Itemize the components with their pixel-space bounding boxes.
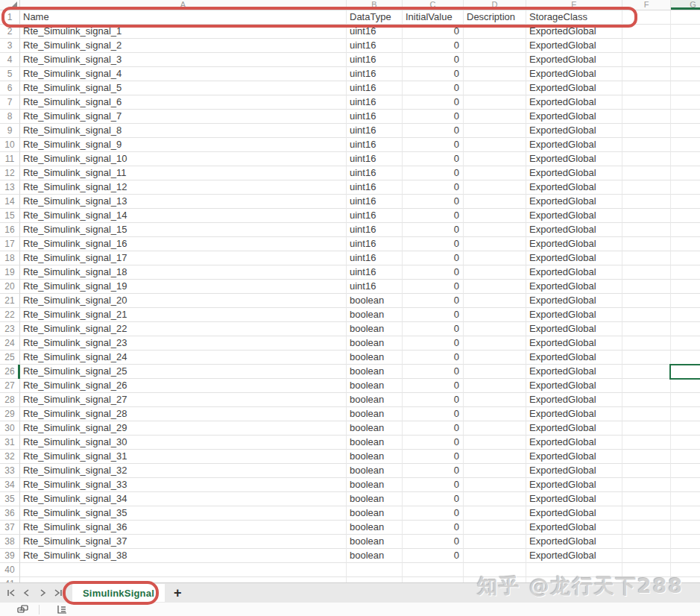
cell-G12[interactable]	[671, 166, 700, 180]
cell-A25[interactable]: Rte_Simulink_signal_24	[20, 351, 347, 365]
cell-C14[interactable]: 0	[403, 195, 464, 209]
cell-B15[interactable]: uint16	[347, 209, 403, 223]
cell-E6[interactable]: ExportedGlobal	[526, 81, 622, 95]
cell-F14[interactable]	[622, 195, 671, 209]
cell-B28[interactable]: boolean	[347, 393, 403, 407]
cell-F15[interactable]	[622, 209, 671, 223]
cell-F2[interactable]	[622, 25, 671, 39]
cell-G28[interactable]	[671, 393, 700, 407]
cell-F27[interactable]	[622, 379, 671, 393]
cell-C40[interactable]	[403, 563, 464, 577]
cell-B31[interactable]: boolean	[347, 436, 403, 450]
cell-B38[interactable]: boolean	[347, 535, 403, 549]
row-number-13[interactable]: 13	[0, 180, 20, 195]
row-number-2[interactable]: 2	[0, 25, 20, 39]
cell-D9[interactable]	[464, 124, 526, 138]
cell-D2[interactable]	[464, 25, 526, 39]
cell-G27[interactable]	[671, 379, 700, 393]
cell-B17[interactable]: uint16	[347, 237, 403, 251]
cell-A19[interactable]: Rte_Simulink_signal_18	[20, 265, 347, 280]
cell-A33[interactable]: Rte_Simulink_signal_32	[20, 464, 347, 478]
cell-C41[interactable]	[403, 577, 464, 582]
cell-D18[interactable]	[464, 251, 526, 265]
sheet-tab-simulinksignal[interactable]: SimulinkSignal	[72, 584, 165, 602]
cell-C35[interactable]: 0	[403, 492, 464, 506]
cell-B21[interactable]: boolean	[347, 294, 403, 308]
row-number-34[interactable]: 34	[0, 478, 20, 492]
row-number-38[interactable]: 38	[0, 535, 20, 549]
cell-B40[interactable]	[347, 563, 403, 577]
cell-B32[interactable]: boolean	[347, 450, 403, 464]
cell-F34[interactable]	[622, 478, 671, 492]
cell-F35[interactable]	[622, 492, 671, 506]
cell-F8[interactable]	[622, 110, 671, 124]
cell-G16[interactable]	[671, 223, 700, 237]
cell-B26[interactable]: boolean	[347, 365, 403, 379]
cell-G17[interactable]	[671, 237, 700, 251]
cell-F16[interactable]	[622, 223, 671, 237]
cell-D5[interactable]	[464, 67, 526, 81]
cell-C28[interactable]: 0	[403, 393, 464, 407]
cell-B2[interactable]: uint16	[347, 25, 403, 39]
row-number-11[interactable]: 11	[0, 152, 20, 166]
last-sheet-button[interactable]	[53, 588, 63, 597]
cell-B13[interactable]: uint16	[347, 180, 403, 195]
cell-F3[interactable]	[622, 39, 671, 53]
cell-C21[interactable]: 0	[403, 294, 464, 308]
row-number-20[interactable]: 20	[0, 280, 20, 294]
cell-F10[interactable]	[622, 138, 671, 152]
cell-B33[interactable]: boolean	[347, 464, 403, 478]
cell-A38[interactable]: Rte_Simulink_signal_37	[20, 535, 347, 549]
cell-F18[interactable]	[622, 251, 671, 265]
cell-G4[interactable]	[671, 53, 700, 67]
cell-C7[interactable]: 0	[403, 95, 464, 110]
cell-D25[interactable]	[464, 351, 526, 365]
row-number-22[interactable]: 22	[0, 308, 20, 322]
cell-B36[interactable]: boolean	[347, 506, 403, 521]
cell-C24[interactable]: 0	[403, 336, 464, 351]
row-number-1[interactable]: 1	[0, 10, 20, 25]
cell-E23[interactable]: ExportedGlobal	[526, 322, 622, 336]
cell-D28[interactable]	[464, 393, 526, 407]
cell-E11[interactable]: ExportedGlobal	[526, 152, 622, 166]
cell-G38[interactable]	[671, 535, 700, 549]
column-header-D[interactable]: D	[464, 0, 526, 10]
row-number-9[interactable]: 9	[0, 124, 20, 138]
cell-A23[interactable]: Rte_Simulink_signal_22	[20, 322, 347, 336]
column-header-A[interactable]: A	[20, 0, 347, 10]
cell-C15[interactable]: 0	[403, 209, 464, 223]
cell-E14[interactable]: ExportedGlobal	[526, 195, 622, 209]
next-sheet-button[interactable]	[37, 588, 48, 597]
cell-A10[interactable]: Rte_Simulink_signal_9	[20, 138, 347, 152]
row-number-40[interactable]: 40	[0, 563, 20, 577]
cell-E3[interactable]: ExportedGlobal	[526, 39, 622, 53]
cell-D4[interactable]	[464, 53, 526, 67]
cell-C18[interactable]: 0	[403, 251, 464, 265]
cell-G35[interactable]	[671, 492, 700, 506]
cell-A32[interactable]: Rte_Simulink_signal_31	[20, 450, 347, 464]
row-number-5[interactable]: 5	[0, 67, 20, 81]
cell-G23[interactable]	[671, 322, 700, 336]
cell-B11[interactable]: uint16	[347, 152, 403, 166]
cell-E18[interactable]: ExportedGlobal	[526, 251, 622, 265]
cell-D31[interactable]	[464, 436, 526, 450]
cell-G24[interactable]	[671, 336, 700, 351]
cell-F20[interactable]	[622, 280, 671, 294]
row-number-28[interactable]: 28	[0, 393, 20, 407]
row-number-24[interactable]: 24	[0, 336, 20, 351]
cell-B39[interactable]: boolean	[347, 549, 403, 563]
cell-G20[interactable]	[671, 280, 700, 294]
cell-C26[interactable]: 0	[403, 365, 464, 379]
cell-G7[interactable]	[671, 95, 700, 110]
cell-D36[interactable]	[464, 506, 526, 521]
cell-F21[interactable]	[622, 294, 671, 308]
row-number-6[interactable]: 6	[0, 81, 20, 95]
cell-G11[interactable]	[671, 152, 700, 166]
cell-F26[interactable]	[622, 365, 671, 379]
cell-E22[interactable]: ExportedGlobal	[526, 308, 622, 322]
cell-D16[interactable]	[464, 223, 526, 237]
cell-A40[interactable]	[20, 563, 347, 577]
cell-A13[interactable]: Rte_Simulink_signal_12	[20, 180, 347, 195]
cell-C17[interactable]: 0	[403, 237, 464, 251]
cell-F22[interactable]	[622, 308, 671, 322]
